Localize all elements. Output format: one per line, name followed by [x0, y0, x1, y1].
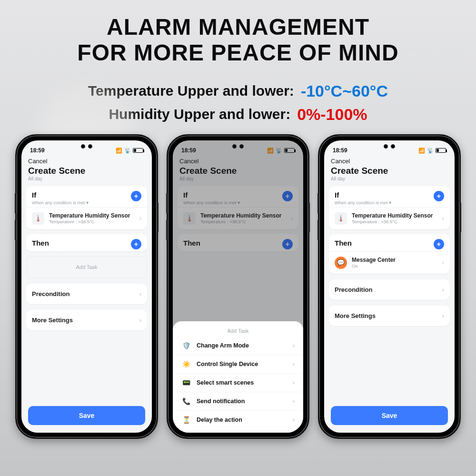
sheet-option-3[interactable]: 📞Send notification› [173, 392, 303, 410]
all-day-label: All day [21, 176, 152, 181]
wifi-icon: 📡 [427, 148, 434, 154]
option-icon: 🛡️ [181, 342, 191, 349]
option-icon: 📞 [181, 397, 191, 405]
precondition-label: Precondition [32, 290, 69, 298]
add-task-sheet: Add Task 🛡️Change Arm Mode›☀️Control Sin… [173, 321, 303, 433]
if-title: If [335, 191, 391, 199]
option-label: Send notification [197, 398, 245, 405]
humidity-range-value: 0%-100% [297, 105, 367, 124]
sheet-option-0[interactable]: 🛡️Change Arm Mode› [173, 337, 303, 355]
add-task-button[interactable]: + [131, 239, 141, 249]
save-button[interactable]: Save [28, 406, 145, 425]
sheet-title: Add Task [173, 326, 303, 337]
more-settings-row[interactable]: More Settings › [329, 306, 450, 326]
task-title: Message Center [352, 257, 437, 263]
option-label: Control Single Device [197, 361, 258, 367]
condition-row[interactable]: 🌡️ Temperature Humidity Sensor Temperatu… [26, 207, 147, 229]
if-subtitle[interactable]: When any condition is met ▾ [32, 200, 89, 205]
battery-icon [436, 148, 446, 153]
sheet-option-2[interactable]: 📟Select smart scenes› [173, 373, 303, 392]
condition-row[interactable]: 🌡️ Temperature Humidity Sensor Temperatu… [329, 207, 450, 229]
sensor-name: Temperature Humidity Sensor [352, 212, 437, 219]
signal-icon: 📶 [418, 148, 425, 154]
thermometer-icon: 🌡️ [32, 212, 44, 225]
more-settings-row[interactable]: More Settings › [26, 310, 147, 330]
then-card: Then + [26, 234, 147, 251]
more-settings-label: More Settings [32, 317, 73, 324]
clock: 18:59 [333, 147, 347, 154]
headline-line1: ALARM MANAGEMENT [0, 14, 476, 40]
chevron-right-icon: › [293, 416, 295, 423]
precondition-row[interactable]: Precondition › [26, 284, 147, 304]
cancel-button[interactable]: Cancel [331, 158, 350, 165]
option-icon: 📟 [181, 379, 191, 387]
if-title: If [32, 191, 89, 199]
if-card: If When any condition is met ▾ + 🌡️ Temp… [329, 186, 450, 229]
temp-range-value: -10°C~60°C [301, 82, 388, 100]
then-card: Then + 💬 Message Center On › [329, 234, 450, 274]
chevron-right-icon: › [139, 215, 141, 222]
add-task-placeholder[interactable]: Add Task [26, 256, 147, 278]
option-icon: ☀️ [181, 360, 191, 368]
add-condition-button[interactable]: + [131, 191, 141, 201]
precondition-row[interactable]: Precondition › [329, 279, 450, 300]
phone-mockup-1: 18:59 📶 📡 Cancel Create Scene All day If… [15, 134, 158, 439]
sensor-name: Temperature Humidity Sensor [49, 212, 135, 219]
option-label: Delay the action [197, 416, 242, 423]
sheet-option-4[interactable]: ⏳Delay the action› [173, 410, 303, 429]
headline-line2: FOR MORE PEACE OF MIND [0, 40, 476, 66]
headline: ALARM MANAGEMENT FOR MORE PEACE OF MIND [0, 0, 476, 66]
chevron-right-icon: › [442, 259, 444, 266]
battery-icon [133, 148, 143, 153]
page-title: Create Scene [28, 166, 145, 176]
option-icon: ⏳ [181, 416, 191, 424]
message-icon: 💬 [335, 257, 347, 269]
if-subtitle[interactable]: When any condition is met ▾ [335, 200, 391, 205]
save-button[interactable]: Save [331, 406, 448, 425]
sensor-detail: Temperature : >38.5°C [49, 219, 135, 224]
then-title: Then [32, 239, 49, 247]
humidity-range-label: Humidity Upper and lower: [109, 106, 290, 122]
thermometer-icon: 🌡️ [335, 212, 347, 225]
chevron-right-icon: › [293, 397, 295, 405]
clock: 18:59 [30, 147, 45, 154]
task-sub: On [352, 263, 437, 268]
chevron-right-icon: › [293, 379, 295, 386]
if-card: If When any condition is met ▾ + 🌡️ Temp… [26, 186, 147, 229]
chevron-right-icon: › [293, 342, 295, 349]
chevron-right-icon: › [442, 286, 444, 293]
phone-mockup-3: 18:59 📶 📡 Cancel Create Scene All day If… [318, 134, 461, 439]
chevron-right-icon: › [442, 312, 444, 319]
cancel-button[interactable]: Cancel [28, 158, 47, 165]
signal-icon: 📶 [116, 148, 122, 154]
wifi-icon: 📡 [124, 148, 131, 154]
precondition-label: Precondition [335, 286, 372, 293]
chevron-right-icon: › [442, 215, 444, 222]
task-row-message-center[interactable]: 💬 Message Center On › [329, 251, 450, 274]
then-title: Then [335, 239, 352, 247]
chevron-right-icon: › [139, 317, 141, 324]
sensor-detail: Temperature : >38.5°C [352, 219, 437, 224]
chevron-right-icon: › [139, 290, 141, 298]
option-label: Change Arm Mode [197, 342, 249, 349]
option-label: Select smart scenes [197, 379, 254, 386]
phone-mockup-2: 18:59 📶 📡 Cancel Create Scene All day If… [167, 134, 309, 439]
sheet-option-1[interactable]: ☀️Control Single Device› [173, 355, 303, 373]
add-condition-button[interactable]: + [434, 191, 444, 201]
chevron-right-icon: › [293, 360, 295, 367]
more-settings-label: More Settings [335, 312, 376, 319]
all-day-label: All day [324, 176, 455, 181]
add-task-button[interactable]: + [434, 239, 444, 249]
page-title: Create Scene [331, 166, 448, 176]
